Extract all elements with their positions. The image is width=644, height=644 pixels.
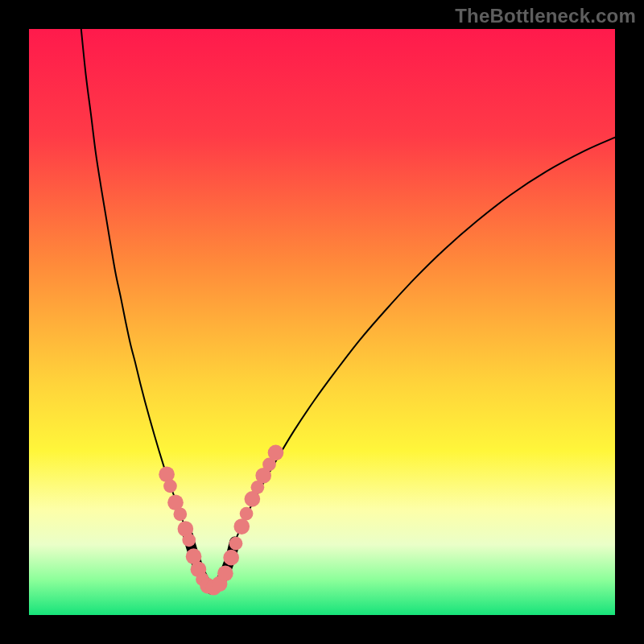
chart-frame: TheBottleneck.com (0, 0, 644, 644)
highlight-dot (229, 537, 243, 551)
highlight-dot (173, 507, 187, 521)
highlight-dot (217, 565, 233, 581)
highlight-dot (268, 445, 284, 461)
highlight-dot (223, 550, 239, 566)
highlight-dot (163, 479, 177, 493)
gradient-background (29, 29, 615, 615)
highlight-dot (240, 507, 254, 521)
plot-area (29, 29, 615, 615)
bottleneck-chart (29, 29, 615, 615)
highlight-dot (182, 533, 196, 547)
watermark-text: TheBottleneck.com (455, 5, 636, 27)
highlight-dot (233, 518, 250, 535)
